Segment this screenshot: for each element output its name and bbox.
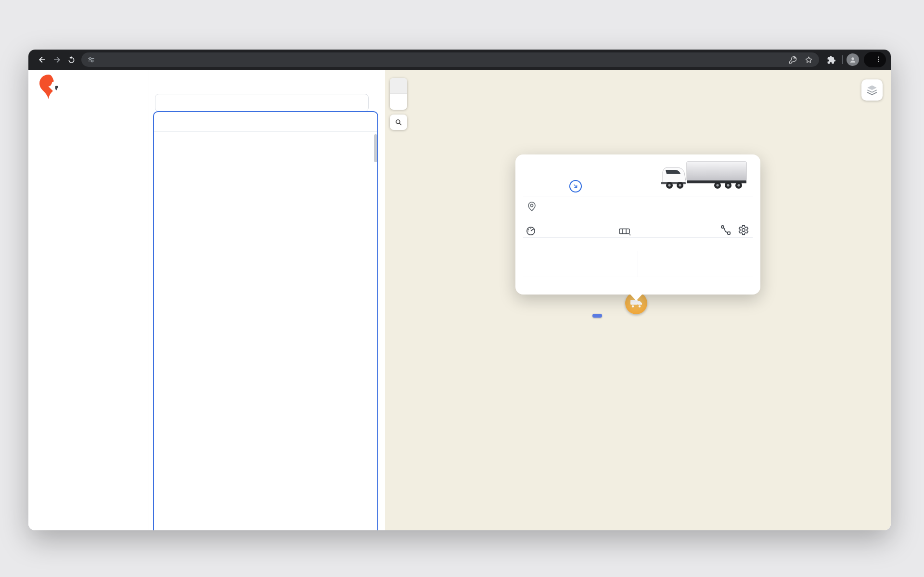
engine-hours-icon [618, 225, 631, 239]
divider [638, 251, 638, 277]
location-pin-icon [526, 201, 538, 214]
magnifier-icon [395, 118, 402, 126]
app-content [28, 70, 891, 530]
finish-update-button[interactable] [864, 52, 886, 67]
sidebar [28, 70, 149, 530]
browser-window [28, 50, 891, 530]
map-layers-button[interactable] [861, 79, 883, 101]
profile-avatar[interactable] [847, 53, 859, 66]
zoom-out-button[interactable] [390, 94, 407, 110]
vehicle-popup [515, 154, 760, 295]
toolbar-separator [842, 55, 843, 64]
password-key-icon[interactable] [788, 55, 797, 64]
objects-panel [149, 70, 385, 530]
vehicle-marker-label[interactable] [592, 314, 602, 318]
back-icon[interactable] [35, 52, 50, 67]
layers-icon [866, 84, 878, 96]
gear-icon[interactable] [737, 224, 749, 238]
app-logo[interactable] [38, 76, 60, 105]
objects-container [153, 111, 378, 530]
url-bar[interactable] [81, 52, 819, 67]
zoom-control [390, 78, 407, 110]
show-track-icon[interactable] [719, 224, 732, 238]
browser-menu-icon[interactable] [874, 55, 882, 64]
divider [523, 263, 753, 263]
odometer-icon [525, 225, 537, 239]
map[interactable] [385, 70, 891, 530]
search-input[interactable] [155, 94, 369, 112]
divider [523, 277, 753, 277]
browser-toolbar [28, 50, 891, 70]
divider [523, 196, 753, 196]
direction-icon[interactable] [569, 180, 582, 192]
list-scrollbar[interactable] [374, 134, 377, 162]
divider [523, 237, 753, 238]
logo-pin-icon [38, 74, 64, 105]
map-search-button[interactable] [390, 115, 407, 130]
vehicle-photo [656, 159, 750, 193]
bookmark-star-icon[interactable] [804, 55, 813, 64]
vehicle-address [543, 201, 664, 210]
divider [154, 131, 377, 132]
panel-tabs [149, 74, 385, 91]
site-info-icon[interactable] [87, 56, 95, 64]
reload-icon[interactable] [64, 52, 78, 67]
zoom-in-button[interactable] [390, 78, 407, 94]
forward-icon[interactable] [50, 52, 64, 67]
extensions-icon[interactable] [824, 52, 838, 67]
